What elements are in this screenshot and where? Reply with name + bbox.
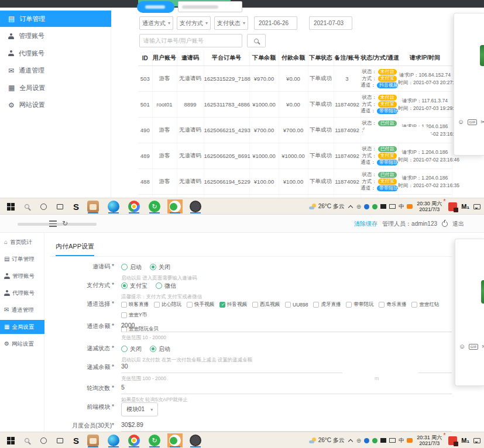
- top-search-input[interactable]: [178, 1, 242, 12]
- sogou-icon[interactable]: [407, 204, 413, 209]
- checkbox-壹壹红钻[interactable]: 壹壹红钻: [411, 301, 439, 308]
- checkbox-比心陪玩[interactable]: 比心陪玩: [154, 301, 181, 308]
- bluetooth-icon[interactable]: [364, 438, 369, 443]
- power-icon[interactable]: [442, 221, 448, 227]
- radio-支付宝[interactable]: 支付宝: [121, 282, 147, 290]
- filter-channel-type[interactable]: 通道方式▾: [139, 16, 173, 30]
- task-view-button[interactable]: [53, 432, 67, 448]
- display-icon[interactable]: [389, 204, 396, 209]
- channel-balance-input[interactable]: 2000: [121, 322, 452, 332]
- red-tray-app-icon[interactable]: [448, 436, 457, 445]
- sidebar-item-1[interactable]: ⌂首页统计: [0, 235, 44, 249]
- radio-启动[interactable]: 启动: [150, 345, 170, 353]
- radio-启动[interactable]: 启动: [121, 263, 142, 271]
- sidebar-item-6[interactable]: ▦全局设置: [0, 320, 44, 334]
- start-button[interactable]: [4, 198, 18, 215]
- radio-关闭[interactable]: 关闭: [121, 345, 142, 353]
- ime-m-icon[interactable]: M₁: [461, 437, 469, 444]
- app-files[interactable]: [85, 199, 101, 213]
- scissors-icon[interactable]: ✂: [482, 344, 484, 350]
- tray-app-icon[interactable]: [380, 438, 386, 443]
- app-sync[interactable]: ↻: [147, 199, 162, 213]
- checkbox-映客直播[interactable]: 映客直播: [121, 301, 149, 308]
- scissors-icon[interactable]: ✂: [480, 119, 484, 125]
- clock[interactable]: *20:30 周六2021/7/3: [417, 201, 444, 212]
- sidebar-item-2[interactable]: ▤订单管理: [0, 252, 44, 266]
- sidebar-item-2[interactable]: 管理账号: [0, 28, 111, 44]
- checkbox-带带陪玩[interactable]: 带带陪玩: [346, 301, 373, 308]
- red-tray-app-icon[interactable]: [448, 202, 457, 211]
- app-files[interactable]: [85, 433, 101, 447]
- taskbar-search-button[interactable]: [20, 198, 34, 215]
- ime-indicator[interactable]: 中: [399, 203, 404, 211]
- app-dark[interactable]: [188, 199, 203, 213]
- notification-icon[interactable]: [473, 204, 480, 209]
- tab-inpay-app-settings[interactable]: 内付APP设置: [56, 242, 94, 256]
- tray-app-icon[interactable]: [380, 204, 386, 209]
- sidebar-item-5[interactable]: ✉通道管理: [0, 303, 44, 317]
- green-tray-icon[interactable]: [372, 204, 377, 209]
- ime-m-icon[interactable]: M₁: [461, 203, 469, 210]
- green-tray-icon[interactable]: [372, 438, 377, 443]
- filter-pay-method[interactable]: 支付方式▾: [177, 16, 211, 30]
- gif-icon[interactable]: GIF: [469, 344, 478, 350]
- globe-icon[interactable]: ⊕: [356, 437, 361, 444]
- search-button[interactable]: [247, 34, 266, 47]
- clear-cache-link[interactable]: 清除缓存: [354, 220, 377, 228]
- date-from-input[interactable]: 2021-06-26: [254, 16, 297, 30]
- globe-icon[interactable]: ⊕: [356, 204, 361, 210]
- sidebar-item-5[interactable]: ▦全局设置: [0, 80, 111, 96]
- gif-icon[interactable]: GIF: [468, 119, 477, 125]
- tray-expand-icon[interactable]: [348, 439, 353, 443]
- sidebar-item-3[interactable]: 管理账号: [0, 269, 44, 283]
- weather-widget[interactable]: 26°C 多云: [309, 202, 345, 211]
- radio-关闭[interactable]: 关闭: [150, 263, 170, 271]
- app-dark[interactable]: [188, 433, 203, 447]
- pinned-app-s[interactable]: S: [69, 432, 83, 448]
- sidebar-item-6[interactable]: ⚙网站设置: [0, 97, 111, 113]
- bluetooth-icon[interactable]: [364, 204, 369, 209]
- task-view-button[interactable]: [53, 198, 67, 215]
- emoji-icon[interactable]: ☺: [459, 343, 465, 350]
- logout-link[interactable]: 退出: [452, 220, 464, 228]
- refresh-icon[interactable]: ↻: [62, 219, 68, 228]
- taskbar-search-button[interactable]: [20, 432, 34, 448]
- poll-times-input[interactable]: 5: [121, 384, 452, 394]
- menu-icon[interactable]: [49, 220, 57, 227]
- checkbox-抖音视频[interactable]: 抖音视频: [219, 301, 247, 308]
- sogou-icon[interactable]: [407, 438, 413, 443]
- sidebar-item-1[interactable]: ▤订单管理: [0, 11, 111, 27]
- checkbox-奇乐直播[interactable]: 奇乐直播: [379, 301, 406, 308]
- tray-expand-icon[interactable]: [348, 205, 353, 209]
- sidebar-item-3[interactable]: 代理账号: [0, 45, 111, 61]
- app-chrome[interactable]: [126, 199, 142, 213]
- weather-widget[interactable]: 26°C 多云: [309, 436, 345, 444]
- app-active-chat[interactable]: [167, 199, 183, 213]
- start-button[interactable]: [4, 432, 18, 448]
- checkbox-虎牙直播[interactable]: 虎牙直播: [313, 301, 341, 308]
- monthly-vip-input[interactable]: 30$2.89: [121, 421, 452, 432]
- app-chrome[interactable]: [126, 433, 142, 447]
- cortana-button[interactable]: [36, 432, 50, 448]
- sidebar-item-4[interactable]: 代理账号: [0, 286, 44, 300]
- date-to-input[interactable]: 2021-07-03: [309, 16, 352, 30]
- app-edge[interactable]: [106, 433, 121, 447]
- sidebar-item-4[interactable]: ✉通道管理: [0, 63, 111, 79]
- order-search-input[interactable]: [139, 34, 242, 47]
- sidebar-item-7[interactable]: ⚙网站设置: [0, 337, 44, 351]
- cortana-button[interactable]: [36, 198, 50, 215]
- checkbox-壹壹Y币[interactable]: 壹壹Y币: [121, 312, 147, 319]
- notification-icon[interactable]: [473, 438, 480, 443]
- emoji-icon[interactable]: ☺: [458, 119, 464, 125]
- display-icon[interactable]: [389, 438, 396, 443]
- radio-微信[interactable]: 微信: [156, 282, 176, 290]
- checkbox-快手视频[interactable]: 快手视频: [187, 301, 214, 308]
- filter-pay-status[interactable]: 支付状态▾: [214, 16, 248, 30]
- app-sync[interactable]: ↻: [147, 433, 162, 447]
- checkbox-西瓜视频[interactable]: 西瓜视频: [252, 301, 280, 308]
- pinned-app-s[interactable]: S: [69, 198, 83, 215]
- clock[interactable]: *20:31 周六2021/7/3: [417, 435, 444, 446]
- query-button[interactable]: [137, 1, 174, 13]
- front-module-select[interactable]: 模块01▾: [121, 402, 158, 416]
- checkbox-UU898[interactable]: UU898: [285, 302, 308, 308]
